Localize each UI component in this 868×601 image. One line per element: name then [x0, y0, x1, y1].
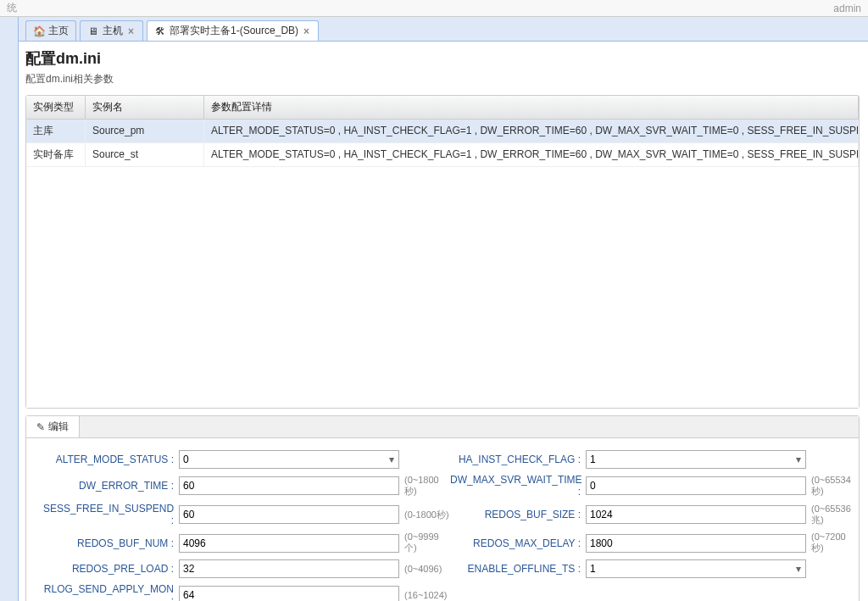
label-redos-buf-num: REDOS_BUF_NUM :: [43, 537, 179, 549]
tabs-row: 🏠 主页 🖥 主机 × 🛠 部署实时主备1-(Source_DB) ×: [0, 17, 868, 42]
deploy-icon: 🛠: [154, 25, 166, 37]
tab-label: 主页: [48, 24, 69, 38]
hint-redos-max-delay: (0~7200秒): [806, 531, 857, 554]
page-subtitle: 配置dm.ini相关参数: [25, 72, 860, 86]
label-alter-mode-status: ALTER_MODE_STATUS :: [43, 454, 179, 465]
hint-redos-buf-num: (0~9999个): [399, 531, 450, 554]
hint-redos-pre-load: (0~4096): [399, 564, 450, 574]
label-sess-free-in-suspend: SESS_FREE_IN_SUSPEND :: [43, 503, 179, 526]
label-dw-error-time: DW_ERROR_TIME :: [43, 480, 179, 492]
cell-type: 实时备库: [26, 143, 86, 166]
hint-rlog-send-apply-mon: (16~1024): [399, 590, 450, 600]
col-header-type[interactable]: 实例类型: [26, 96, 86, 119]
close-icon[interactable]: ×: [302, 25, 311, 37]
cell-name: Source_st: [86, 143, 204, 166]
label-enable-offline-ts: ENABLE_OFFLINE_TS :: [450, 563, 586, 575]
input-rlog-send-apply-mon[interactable]: [179, 586, 399, 601]
top-bar: 统 admin: [0, 0, 868, 17]
input-redos-buf-num[interactable]: [179, 534, 399, 553]
label-rlog-send-apply-mon: RLOG_SEND_APPLY_MON :: [43, 583, 179, 601]
edit-section: ✎ 编辑 ALTER_MODE_STATUS : HA_INST_CHECK_F…: [25, 415, 860, 601]
label-dw-max-svr-wait-time: DW_MAX_SVR_WAIT_TIME :: [450, 474, 586, 498]
hint-sess-free-in-suspend: (0-1800秒): [399, 509, 450, 521]
col-header-name[interactable]: 实例名: [86, 96, 204, 119]
grid-body: 主库 Source_pm ALTER_MODE_STATUS=0 , HA_IN…: [26, 120, 859, 408]
label-redos-max-delay: REDOS_MAX_DELAY :: [450, 537, 586, 549]
app-fragment: 统: [7, 1, 17, 15]
input-redos-max-delay[interactable]: [586, 534, 806, 553]
home-icon: 🏠: [33, 25, 45, 37]
select-enable-offline-ts[interactable]: [586, 559, 806, 578]
input-sess-free-in-suspend[interactable]: [179, 505, 399, 524]
table-row[interactable]: 主库 Source_pm ALTER_MODE_STATUS=0 , HA_IN…: [26, 120, 859, 143]
hint-redos-buf-size: (0~65536兆): [806, 504, 857, 526]
hint-dw-max-svr-wait-time: (0~65534秒): [806, 475, 857, 498]
hint-dw-error-time: (0~1800秒): [399, 475, 450, 498]
grid-header: 实例类型 实例名 参数配置详情: [26, 96, 859, 120]
table-row[interactable]: 实时备库 Source_st ALTER_MODE_STATUS=0 , HA_…: [26, 143, 859, 167]
config-grid: 实例类型 实例名 参数配置详情 主库 Source_pm ALTER_MODE_…: [25, 95, 860, 409]
tab-host[interactable]: 🖥 主机 ×: [80, 20, 143, 41]
input-dw-max-svr-wait-time[interactable]: [586, 476, 806, 495]
cell-name: Source_pm: [86, 120, 204, 142]
cell-detail: ALTER_MODE_STATUS=0 , HA_INST_CHECK_FLAG…: [204, 120, 859, 142]
input-redos-buf-size[interactable]: [586, 505, 806, 524]
select-ha-inst-check-flag[interactable]: [586, 450, 806, 469]
input-redos-pre-load[interactable]: [179, 559, 399, 578]
edit-tabs: ✎ 编辑: [26, 416, 859, 438]
host-icon: 🖥: [87, 25, 99, 37]
label-redos-pre-load: REDOS_PRE_LOAD :: [43, 563, 179, 575]
tab-deploy[interactable]: 🛠 部署实时主备1-(Source_DB) ×: [147, 20, 319, 41]
tab-edit[interactable]: ✎ 编辑: [26, 416, 80, 437]
tab-label: 部署实时主备1-(Source_DB): [170, 24, 298, 38]
input-dw-error-time[interactable]: [179, 476, 399, 495]
page-title: 配置dm.ini: [25, 48, 860, 69]
tab-label: 主机: [103, 24, 123, 38]
col-header-detail[interactable]: 参数配置详情: [204, 96, 859, 119]
label-ha-inst-check-flag: HA_INST_CHECK_FLAG :: [450, 454, 586, 465]
label-redos-buf-size: REDOS_BUF_SIZE :: [450, 509, 586, 520]
cell-type: 主库: [26, 120, 86, 142]
edit-icon: ✎: [36, 421, 45, 433]
edit-tab-label: 编辑: [48, 420, 69, 434]
tab-home[interactable]: 🏠 主页: [25, 20, 76, 41]
close-icon[interactable]: ×: [126, 25, 136, 37]
cell-detail: ALTER_MODE_STATUS=0 , HA_INST_CHECK_FLAG…: [204, 143, 859, 166]
user-label: admin: [833, 3, 861, 14]
select-alter-mode-status[interactable]: [179, 450, 399, 469]
